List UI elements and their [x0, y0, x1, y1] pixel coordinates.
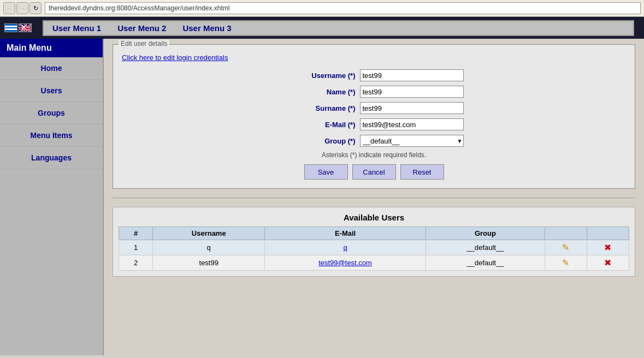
- sidebar-item-menu-items[interactable]: Menu Items: [0, 124, 103, 147]
- form-buttons: Save Cancel Reset: [122, 164, 626, 180]
- edit-icon[interactable]: ✎: [562, 258, 569, 267]
- sidebar-title: Main Menu: [0, 39, 103, 57]
- top-menu-item-3[interactable]: User Menu 3: [182, 23, 231, 33]
- delete-icon[interactable]: ✖: [604, 258, 611, 267]
- cancel-button[interactable]: Cancel: [352, 164, 396, 180]
- reset-button[interactable]: Reset: [400, 164, 444, 180]
- top-menu-bar: User Menu 1 User Menu 2 User Menu 3: [43, 20, 634, 36]
- col-header-username: Username: [153, 227, 265, 240]
- email-link[interactable]: test99@test.com: [318, 259, 372, 267]
- top-menu-item-2[interactable]: User Menu 2: [117, 23, 166, 33]
- col-header-delete: [587, 227, 629, 240]
- sidebar: Main Menu Home Users Groups Menu Items L…: [0, 39, 104, 355]
- cell-delete[interactable]: ✖: [587, 255, 629, 271]
- available-users-section: Available Users # Username E-Mail Group …: [113, 207, 635, 277]
- cell-group: __default__: [426, 240, 545, 255]
- edit-login-link[interactable]: Click here to edit login credentials: [122, 53, 626, 62]
- name-label: Name (*): [285, 88, 356, 96]
- forward-button[interactable]: →: [16, 2, 28, 14]
- table-title: Available Users: [119, 213, 629, 222]
- divider: [113, 198, 635, 198]
- surname-input[interactable]: [360, 102, 464, 114]
- cell-username: test99: [153, 255, 265, 271]
- main-content: Edit user details Click here to edit log…: [104, 39, 644, 355]
- save-button[interactable]: Save: [304, 164, 348, 180]
- greek-flag[interactable]: [4, 23, 17, 32]
- flag-container: [4, 23, 32, 32]
- name-input[interactable]: [360, 86, 464, 98]
- col-header-num: #: [119, 227, 153, 240]
- cell-num: 1: [119, 240, 153, 255]
- address-bar[interactable]: [45, 2, 641, 14]
- nav-buttons: ← → ↻: [3, 2, 42, 14]
- email-link[interactable]: q: [343, 243, 347, 252]
- username-label: Username (*): [285, 71, 356, 80]
- back-button[interactable]: ←: [3, 2, 15, 14]
- cell-email: test99@test.com: [265, 255, 426, 271]
- group-label: Group (*): [285, 137, 356, 145]
- sidebar-item-groups[interactable]: Groups: [0, 102, 103, 124]
- group-select[interactable]: __default__: [360, 135, 464, 147]
- delete-icon[interactable]: ✖: [604, 243, 611, 252]
- cell-edit[interactable]: ✎: [545, 240, 587, 255]
- browser-chrome: ← → ↻: [0, 0, 644, 17]
- table-header-row: # Username E-Mail Group: [119, 227, 629, 240]
- cell-delete[interactable]: ✖: [587, 240, 629, 255]
- cell-num: 2: [119, 255, 153, 271]
- form-legend: Edit user details: [119, 40, 169, 47]
- cell-group: __default__: [426, 255, 545, 271]
- cell-email: q: [265, 240, 426, 255]
- username-row: Username (*): [122, 69, 626, 81]
- users-table: # Username E-Mail Group 1 q q __default_…: [119, 226, 629, 271]
- table-row: 2 test99 test99@test.com __default__ ✎ ✖: [119, 255, 629, 271]
- uk-flag[interactable]: [19, 23, 32, 32]
- col-header-actions: [545, 227, 587, 240]
- name-row: Name (*): [122, 86, 626, 98]
- form-note: Asterisks (*) indicate required fields.: [122, 151, 626, 159]
- cell-username: q: [153, 240, 265, 255]
- email-input[interactable]: [360, 118, 464, 130]
- group-row: Group (*) __default__ ▼: [122, 135, 626, 147]
- top-nav: User Menu 1 User Menu 2 User Menu 3: [0, 17, 644, 39]
- email-row: E-Mail (*): [122, 118, 626, 130]
- email-label: E-Mail (*): [285, 121, 356, 129]
- reload-button[interactable]: ↻: [29, 2, 42, 14]
- group-select-wrap: __default__ ▼: [360, 135, 464, 147]
- sidebar-item-home[interactable]: Home: [0, 57, 103, 80]
- edit-user-form: Edit user details Click here to edit log…: [113, 44, 635, 189]
- surname-label: Surname (*): [285, 104, 356, 112]
- edit-icon[interactable]: ✎: [562, 243, 569, 252]
- surname-row: Surname (*): [122, 102, 626, 114]
- sidebar-item-languages[interactable]: Languages: [0, 147, 103, 169]
- page-layout: Main Menu Home Users Groups Menu Items L…: [0, 39, 644, 355]
- sidebar-item-users[interactable]: Users: [0, 80, 103, 102]
- col-header-email: E-Mail: [265, 227, 426, 240]
- col-header-group: Group: [426, 227, 545, 240]
- top-menu-item-1[interactable]: User Menu 1: [52, 23, 101, 33]
- username-input[interactable]: [360, 69, 464, 81]
- cell-edit[interactable]: ✎: [545, 255, 587, 271]
- table-row: 1 q q __default__ ✎ ✖: [119, 240, 629, 255]
